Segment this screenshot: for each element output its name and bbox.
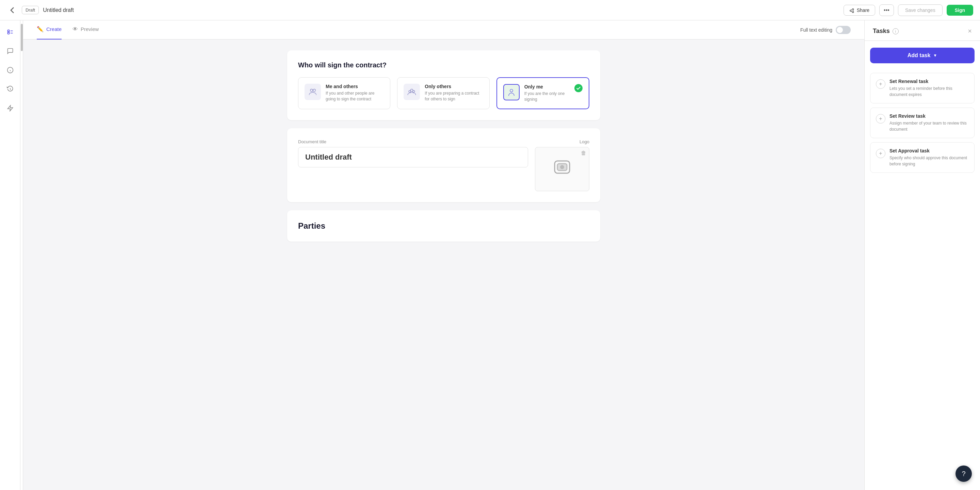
draft-badge: Draft (22, 6, 39, 14)
tab-preview[interactable]: 👁 Preview (73, 21, 99, 40)
sidebar-icon-lightning[interactable] (4, 102, 16, 115)
pencil-icon: ✏️ (37, 26, 43, 32)
panel-header: Tasks i × (865, 21, 980, 41)
toggle-knob (837, 27, 843, 33)
signing-option-only-me[interactable]: Only me If you are the only one signing (496, 77, 589, 109)
info-icon[interactable]: i (892, 28, 899, 34)
task-desc-renewal: Lets you set a reminder before this docu… (889, 86, 969, 98)
tabs: ✏️ Create 👁 Preview (37, 21, 99, 40)
more-button[interactable]: ••• (879, 5, 894, 16)
full-text-label: Full text editing (800, 27, 832, 33)
logo-placeholder-icon (552, 157, 572, 181)
help-icon: ? (962, 470, 966, 478)
main-content: ✏️ Create 👁 Preview Full text editing (23, 21, 864, 490)
signing-option-only-others[interactable]: Only others If you are preparing a contr… (397, 77, 489, 109)
svg-rect-0 (8, 30, 9, 32)
task-info-review: Set Review task Assign member of your te… (889, 113, 969, 132)
full-text-toggle[interactable] (836, 26, 851, 34)
svg-rect-1 (8, 32, 9, 34)
selected-check (574, 84, 582, 92)
help-button[interactable]: ? (956, 466, 972, 482)
document-title-header: Untitled draft (43, 7, 74, 13)
share-button[interactable]: Share (843, 5, 875, 16)
content-area: ✏️ Create 👁 Preview Full text editing (21, 21, 864, 490)
task-add-renewal[interactable]: + (876, 79, 885, 89)
sidebar-icon-comments[interactable] (4, 45, 16, 57)
signing-text-me-others: Me and others If you and other people ar… (326, 84, 384, 102)
task-title-renewal: Set Renewal task (889, 79, 969, 84)
signing-title-only-me: Only me (524, 84, 570, 89)
more-icon: ••• (884, 7, 889, 13)
back-button[interactable] (7, 5, 18, 16)
signing-icon-only-me (503, 84, 520, 100)
tasks-panel: Tasks i × Add task ▼ + Set Renewal task … (864, 21, 980, 490)
signing-title-me-others: Me and others (326, 84, 384, 89)
svg-point-12 (413, 91, 415, 92)
task-info-renewal: Set Renewal task Lets you set a reminder… (889, 79, 969, 98)
svg-point-9 (313, 89, 315, 92)
tab-preview-label: Preview (81, 26, 99, 32)
header-right: Share ••• Save changes Sign (843, 5, 973, 16)
task-title-approval: Set Approval task (889, 148, 969, 153)
document-title-input[interactable] (298, 147, 528, 167)
signing-options-card: Who will sign the contract? (287, 50, 600, 120)
signing-desc-only-me: If you are the only one signing (524, 91, 570, 102)
close-panel-button[interactable]: × (968, 27, 972, 35)
svg-point-10 (411, 89, 413, 92)
logo-section: Logo 🗑 (535, 139, 589, 191)
check-icon (576, 86, 581, 91)
task-item-renewal[interactable]: + Set Renewal task Lets you set a remind… (870, 73, 975, 103)
panel-title-row: Tasks i (873, 27, 899, 35)
task-add-approval[interactable]: + (876, 149, 885, 158)
add-task-arrow: ▼ (933, 53, 937, 58)
svg-point-11 (409, 91, 411, 92)
svg-point-13 (510, 89, 513, 92)
sidebar-icon-info[interactable] (4, 64, 16, 76)
add-task-label: Add task (907, 52, 931, 59)
logo-box[interactable]: 🗑 (535, 147, 589, 191)
svg-point-8 (310, 89, 313, 92)
scroll-indicator (21, 21, 23, 490)
panel-title: Tasks (873, 27, 890, 35)
task-item-review[interactable]: + Set Review task Assign member of your … (870, 108, 975, 138)
task-item-approval[interactable]: + Set Approval task Specify who should a… (870, 142, 975, 173)
header-left: Draft Untitled draft (7, 5, 74, 16)
share-label: Share (857, 8, 869, 13)
save-changes-button[interactable]: Save changes (898, 5, 943, 16)
logo-delete-button[interactable]: 🗑 (581, 150, 586, 156)
signing-desc-me-others: If you and other people are going to sig… (326, 91, 384, 102)
task-info-approval: Set Approval task Specify who should app… (889, 148, 969, 167)
svg-point-16 (560, 165, 564, 169)
left-sidebar (0, 21, 21, 490)
add-task-button[interactable]: Add task ▼ (870, 48, 975, 63)
task-list: + Set Renewal task Lets you set a remind… (865, 70, 980, 176)
task-desc-review: Assign member of your team to review thi… (889, 120, 969, 132)
doc-fields: Document title (298, 139, 528, 167)
parties-title: Parties (298, 221, 589, 231)
signing-option-me-others[interactable]: Me and others If you and other people ar… (298, 77, 390, 109)
app-header: Draft Untitled draft Share ••• Save chan… (0, 0, 980, 21)
full-text-editing: Full text editing (800, 26, 851, 34)
task-add-review[interactable]: + (876, 114, 885, 124)
sidebar-icon-history[interactable] (4, 83, 16, 95)
signing-icon-only-others (404, 84, 420, 100)
signing-text-only-me: Only me If you are the only one signing (524, 84, 570, 102)
task-desc-approval: Specify who should approve this document… (889, 155, 969, 167)
tab-bar: ✏️ Create 👁 Preview Full text editing (23, 21, 864, 40)
logo-label: Logo (535, 139, 589, 144)
document-form-card: Document title Logo 🗑 (287, 128, 600, 202)
task-title-review: Set Review task (889, 113, 969, 119)
signing-options: Me and others If you and other people ar… (298, 77, 589, 109)
title-label: Document title (298, 139, 528, 144)
sign-button[interactable]: Sign (947, 5, 973, 16)
tab-create[interactable]: ✏️ Create (37, 21, 62, 40)
share-icon (850, 8, 855, 13)
signing-question: Who will sign the contract? (298, 61, 589, 69)
signing-title-only-others: Only others (425, 84, 483, 89)
signing-icon-me-others (305, 84, 321, 100)
signing-desc-only-others: If you are preparing a contract for othe… (425, 91, 483, 102)
content-wrapper: Who will sign the contract? (274, 40, 614, 253)
sidebar-icon-tasks[interactable] (4, 26, 16, 38)
app-body: ✏️ Create 👁 Preview Full text editing (0, 21, 980, 490)
svg-marker-7 (8, 105, 13, 111)
